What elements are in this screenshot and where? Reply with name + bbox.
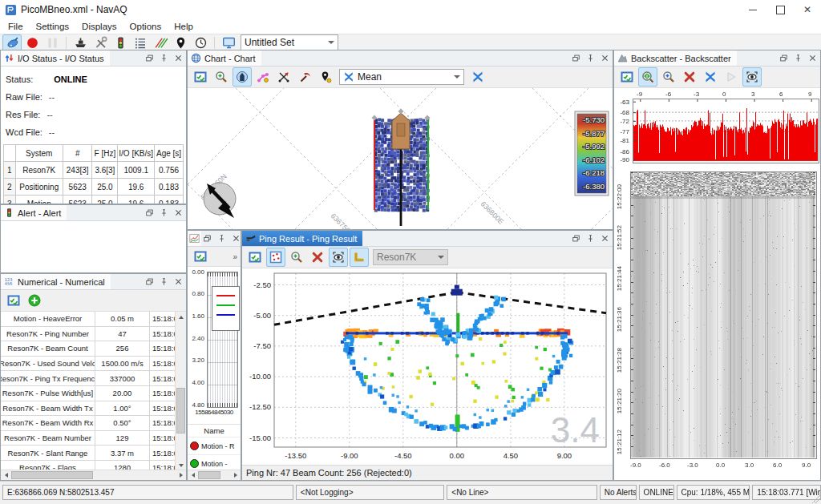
close-button[interactable]: [599, 53, 610, 64]
pin-button[interactable]: [792, 53, 803, 64]
menu-displays[interactable]: Displays: [75, 22, 123, 31]
display-settings-button[interactable]: [245, 248, 265, 267]
float-button[interactable]: [201, 233, 212, 244]
minimize-button[interactable]: [739, 0, 766, 19]
panel-tab[interactable]: 123456Numerical - Numerical: [1, 274, 111, 289]
display-settings-button[interactable]: [191, 67, 210, 87]
placemark-button[interactable]: [316, 67, 335, 87]
legend-item[interactable]: Motion - R: [188, 437, 241, 454]
menu-settings[interactable]: Settings: [30, 22, 76, 31]
close-button[interactable]: ✕: [794, 0, 821, 19]
float-button[interactable]: [570, 53, 581, 64]
lines-button[interactable]: [151, 34, 170, 51]
add-button[interactable]: [25, 291, 44, 310]
play-button[interactable]: [722, 67, 741, 87]
clear-button[interactable]: [308, 248, 327, 267]
mode-select[interactable]: Mean: [339, 69, 464, 85]
menu-file[interactable]: File: [2, 22, 30, 31]
menu-help[interactable]: Help: [168, 22, 200, 31]
clear-button[interactable]: [680, 67, 699, 87]
backscatter-signal-plot[interactable]: -63-68-72-77-81-86-90-9-6-30369: [614, 88, 820, 168]
scrollbar-thumb[interactable]: [11, 471, 93, 479]
numerical-vscrollbar[interactable]: [175, 312, 186, 470]
display-settings-button[interactable]: [191, 247, 210, 266]
scrollbar-thumb[interactable]: [198, 471, 220, 479]
clock-button[interactable]: [191, 34, 210, 51]
numerical-row[interactable]: Reson7K - Beam Number12915:18:03.7: [1, 431, 176, 446]
close-button[interactable]: [172, 208, 184, 219]
pin-button[interactable]: [158, 53, 169, 64]
point-edit-button[interactable]: [253, 67, 273, 87]
numerical-row[interactable]: Reson7K - Beam Width Tx1.00°15:18:03.7: [1, 401, 176, 417]
pin-button[interactable]: [158, 208, 169, 219]
numerical-row[interactable]: Reson7K - Beam Count25615:18:03.7: [1, 341, 176, 357]
vessel-button[interactable]: [71, 34, 90, 51]
numerical-row[interactable]: Reson7K - Ping Tx Frequency33700015:18:0…: [1, 371, 176, 386]
pause-button[interactable]: [42, 34, 62, 51]
display-settings-button[interactable]: [617, 67, 637, 87]
numerical-row[interactable]: Motion - HeaveError0.05 m15:18:03.9: [1, 312, 176, 327]
panel-tab[interactable]: Backscatter - Backscatter: [614, 50, 737, 66]
panel-tab[interactable]: Alert - Alert: [1, 205, 67, 220]
numerical-row[interactable]: Reson7K - Used Sound Velo1500.00 m/s15:1…: [1, 357, 176, 372]
numerical-hscrollbar[interactable]: [1, 470, 186, 480]
close-button[interactable]: [807, 53, 818, 64]
display-set-select[interactable]: Untitled Set: [241, 34, 338, 50]
traffic-light-button[interactable]: [111, 34, 130, 51]
connect-button[interactable]: [2, 34, 22, 51]
close-button[interactable]: [172, 53, 184, 64]
system-select[interactable]: Reson7K: [373, 249, 448, 265]
auto-view-button[interactable]: [329, 248, 348, 267]
timeseries-plot[interactable]: 0.000.801.602.403.204.004.80155864845030: [188, 267, 241, 424]
overflow-button[interactable]: »: [233, 252, 237, 261]
fit-vertical-button[interactable]: [701, 67, 720, 87]
close-button[interactable]: [172, 276, 184, 288]
pin-button[interactable]: [584, 53, 596, 64]
numerical-row[interactable]: Reson7K - Slant Range3.37 m15:18:03.7: [1, 446, 176, 461]
scrollbar-thumb[interactable]: [176, 388, 185, 433]
pick-button[interactable]: [295, 67, 314, 87]
panel-tab[interactable]: Ping Result - Ping Result: [242, 231, 362, 246]
center-vessel-button[interactable]: [233, 67, 252, 87]
pin-button[interactable]: [216, 233, 227, 244]
close-button[interactable]: [230, 233, 241, 244]
float-button[interactable]: [144, 208, 155, 219]
scatter-mode-button[interactable]: [266, 248, 285, 267]
float-button[interactable]: [570, 233, 581, 244]
corner-ruler-button[interactable]: [350, 248, 369, 267]
float-button[interactable]: [144, 53, 155, 64]
monitor-button[interactable]: [219, 34, 238, 51]
pin-button[interactable]: [158, 276, 169, 288]
auto-view-button[interactable]: [742, 67, 762, 87]
float-button[interactable]: [144, 276, 155, 288]
list-button[interactable]: [131, 34, 150, 51]
float-button[interactable]: [778, 53, 789, 64]
tools-button[interactable]: [91, 34, 110, 51]
ping-status-text: Ping Nr: 47 Beam Count: 256 (Rejected:0): [242, 465, 613, 480]
record-button[interactable]: [22, 34, 42, 51]
zoom-auto-button[interactable]: [638, 67, 657, 87]
zoom-button[interactable]: [212, 67, 231, 87]
panel-tab[interactable]: Chart - Chart: [188, 50, 261, 66]
numerical-row[interactable]: Reson7K - Ping Number4715:18:03.7: [1, 327, 176, 342]
zoom-in-button[interactable]: [659, 67, 678, 87]
measure-button[interactable]: [274, 67, 293, 87]
numerical-row[interactable]: Reson7K - Beam Width Rx0.50°15:18:03.7: [1, 416, 176, 431]
backscatter-waterfall[interactable]: 15:22:0015:21:5215:21:4415:21:3615:21:28…: [614, 168, 820, 480]
numerical-row[interactable]: Reson7K - Pulse Width[us]20.0015:18:03.7: [1, 386, 176, 401]
display-settings-button[interactable]: [4, 291, 23, 310]
close-button[interactable]: [599, 233, 610, 244]
panel-tab[interactable]: I/O Status - I/O Status: [1, 50, 110, 66]
zoom-button[interactable]: [287, 248, 306, 267]
list-icon: [134, 36, 147, 49]
maximize-button[interactable]: [766, 0, 794, 19]
location-button[interactable]: [171, 34, 190, 51]
panel-tab[interactable]: [188, 231, 201, 246]
timeseries-hscrollbar[interactable]: [188, 470, 241, 480]
chart-view[interactable]: 5802260N636750E636800E-5.730-5.877-5.992…: [188, 88, 613, 229]
pin-button[interactable]: [584, 233, 596, 244]
menu-options[interactable]: Options: [123, 22, 168, 31]
resize-grip[interactable]: [812, 495, 820, 503]
fit-vertical-button[interactable]: [468, 67, 487, 87]
ping-plot[interactable]: -2.50-5.00-7.50-10.00-12.50-15.00-13.50-…: [242, 268, 613, 465]
